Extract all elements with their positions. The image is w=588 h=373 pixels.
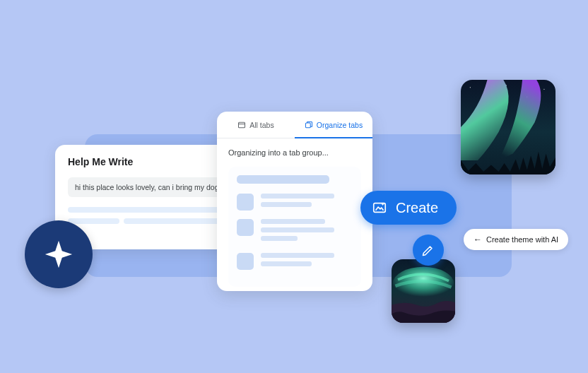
tab-thumb-skeleton	[237, 219, 254, 236]
tab-organize-label: Organize tabs	[317, 121, 363, 129]
skeleton-line	[261, 236, 298, 241]
tab-icon	[237, 121, 246, 129]
skeleton-line	[261, 202, 312, 207]
tab-all-label: All tabs	[249, 121, 274, 129]
tab-thumb-skeleton	[237, 253, 254, 270]
tab-item-skeleton	[237, 219, 353, 244]
pencil-icon	[421, 243, 435, 257]
svg-rect-0	[239, 122, 245, 128]
tab-group-preview	[228, 167, 361, 287]
skeleton-line	[261, 227, 334, 232]
create-image-icon	[372, 200, 387, 215]
tab-item-skeleton	[237, 194, 353, 211]
skeleton-line	[68, 207, 240, 213]
svg-point-4	[470, 87, 471, 88]
aurora-image-small	[392, 259, 455, 323]
skeleton-row	[68, 218, 240, 224]
svg-point-8	[543, 89, 544, 90]
ai-spark-badge	[25, 220, 93, 288]
skeleton-line	[261, 261, 312, 266]
spark-icon	[42, 238, 75, 271]
tab-organize-tabs[interactable]: Organize tabs	[295, 112, 372, 138]
tab-thumb-skeleton	[237, 194, 254, 211]
skeleton-line	[261, 194, 334, 199]
skeleton-line	[68, 218, 119, 224]
svg-rect-1	[305, 123, 310, 128]
organize-status-text: Organizing into a tab group...	[228, 148, 361, 157]
create-button-label: Create	[396, 200, 438, 216]
help-me-write-input[interactable]: hi this place looks lovely, can i bring …	[68, 177, 240, 197]
create-button[interactable]: Create	[360, 191, 457, 225]
aurora-image-large	[461, 80, 555, 174]
organize-tabs-card: All tabs Organize tabs Organizing into a…	[217, 112, 372, 291]
tab-item-skeleton	[237, 253, 353, 270]
skeleton-line	[261, 219, 325, 224]
edit-button[interactable]	[413, 235, 444, 266]
skeleton-line	[261, 253, 334, 258]
group-title-skeleton	[237, 175, 329, 184]
create-theme-pill[interactable]: ← Create theme with AI	[464, 229, 568, 250]
arrow-left-icon: ←	[474, 235, 482, 244]
create-theme-label: Create theme with AI	[486, 235, 558, 244]
help-me-write-title: Help Me Write	[68, 156, 240, 167]
organize-tabs-header: All tabs Organize tabs	[217, 112, 372, 138]
organize-icon	[305, 121, 313, 129]
skeleton-row	[68, 207, 240, 213]
tab-all-tabs[interactable]: All tabs	[217, 112, 295, 138]
